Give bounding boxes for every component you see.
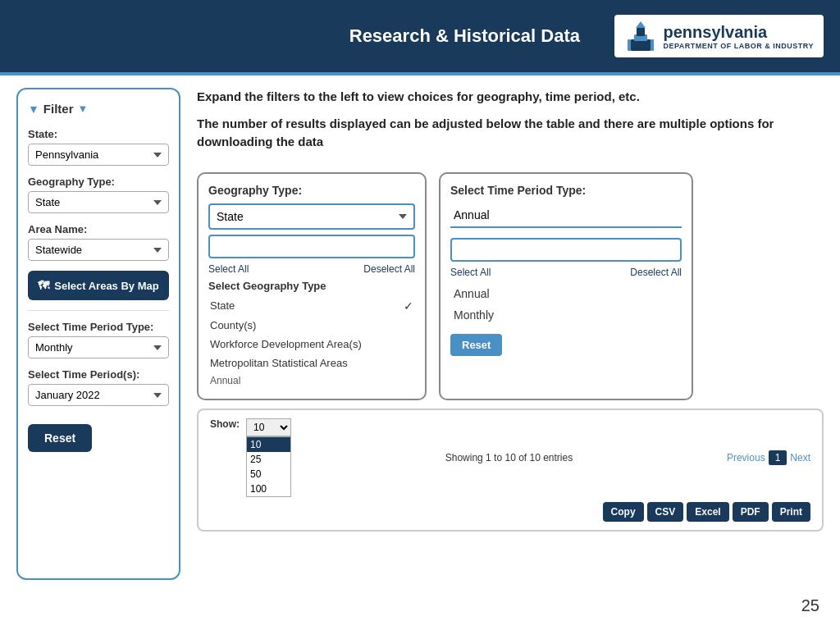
filter-panel: ▼ Filter ▼ State: Pennsylvania Geography…	[16, 88, 180, 580]
svg-rect-0	[631, 39, 651, 51]
geo-item-county: County(s)	[210, 319, 256, 331]
geo-item-state: State	[210, 299, 235, 312]
logo-dept: DEPARTMENT OF LABOR & INDUSTRY	[664, 42, 815, 50]
list-item[interactable]: Metropolitan Statistical Areas	[208, 354, 415, 372]
csv-button[interactable]: CSV	[647, 502, 684, 522]
state-filter-group: State: Pennsylvania	[28, 128, 169, 166]
time-popup-title: Select Time Period Type:	[450, 184, 682, 197]
geo-item-wda: Workforce Development Area(s)	[210, 338, 362, 350]
svg-rect-2	[637, 28, 645, 36]
logo-text-block: pennsylvania DEPARTMENT OF LABOR & INDUS…	[664, 23, 815, 50]
geo-popup-actions: Select All Deselect All	[208, 263, 415, 275]
show-option-100[interactable]: 100	[247, 482, 290, 496]
header-title: Research & Historical Data	[315, 25, 614, 47]
show-select-wrapper: 10 10 25 50 100	[246, 418, 291, 497]
time-select-all[interactable]: Select All	[450, 267, 491, 278]
geo-type-filter-group: Geography Type: State	[28, 176, 169, 213]
main-content: ▼ Filter ▼ State: Pennsylvania Geography…	[0, 75, 840, 630]
show-select[interactable]: 10	[246, 418, 291, 436]
pagination: Previous 1 Next	[727, 450, 810, 465]
geo-item-msa: Metropolitan Statistical Areas	[210, 357, 348, 369]
state-select[interactable]: Pennsylvania	[28, 144, 169, 166]
time-period-type-group: Select Time Period Type: Monthly	[28, 321, 169, 358]
time-popup-actions: Select All Deselect All	[450, 267, 682, 278]
show-option-10[interactable]: 10	[247, 437, 290, 452]
list-item[interactable]: State ✓	[208, 296, 415, 316]
time-item-annual[interactable]: Annual	[450, 283, 682, 304]
show-dropdown-list: 10 25 50 100	[246, 436, 291, 497]
show-label: Show:	[210, 418, 240, 430]
reset-area: Reset	[28, 416, 169, 452]
check-icon: ✓	[404, 299, 413, 313]
geo-section-title: Select Geography Type	[208, 280, 415, 292]
right-content: Expand the filters to the left to view c…	[197, 88, 824, 619]
copy-button[interactable]: Copy	[603, 502, 644, 522]
time-popup: Select Time Period Type: Annual Select A…	[439, 172, 693, 400]
table-header-row: Show: 10 10 25 50 100 Showing 1 to 10 o	[210, 418, 810, 497]
show-block: Show: 10 10 25 50 100	[210, 418, 291, 497]
svg-rect-4	[628, 39, 631, 51]
geo-select-all[interactable]: Select All	[208, 263, 249, 275]
time-period-type-select[interactable]: Monthly	[28, 336, 169, 358]
prev-page-link[interactable]: Previous	[727, 452, 765, 463]
time-item-monthly[interactable]: Monthly	[450, 304, 682, 326]
logo-pa: pennsylvania	[664, 23, 815, 42]
area-name-filter-group: Area Name: Statewide	[28, 223, 169, 261]
filter-funnel-icon: ▼	[78, 103, 89, 115]
select-areas-button[interactable]: 🗺 Select Areas By Map	[28, 271, 169, 300]
svg-marker-3	[636, 21, 646, 28]
list-item[interactable]: County(s)	[208, 316, 415, 335]
geo-type-select[interactable]: State	[28, 191, 169, 213]
time-period-type-label: Select Time Period Type:	[28, 321, 169, 333]
time-popup-search[interactable]	[450, 238, 682, 262]
desc-line2: The number of results displayed can be a…	[197, 116, 774, 149]
filter-label: Filter	[43, 102, 74, 116]
geo-deselect-all[interactable]: Deselect All	[363, 263, 415, 275]
geo-item-annual[interactable]: Annual	[208, 372, 415, 389]
entries-text: Showing 1 to 10 of 10 entries	[291, 452, 727, 463]
pa-logo-icon	[624, 20, 657, 52]
excel-button[interactable]: Excel	[687, 502, 728, 522]
time-reset-button[interactable]: Reset	[450, 334, 502, 356]
table-area: Show: 10 10 25 50 100 Showing 1 to 10 o	[197, 409, 824, 532]
state-label: State:	[28, 128, 169, 140]
area-name-select[interactable]: Statewide	[28, 239, 169, 261]
time-deselect-all[interactable]: Deselect All	[630, 267, 682, 278]
geo-popup-title: Geography Type:	[208, 184, 415, 197]
time-periods-label: Select Time Period(s):	[28, 368, 169, 381]
description-block: Expand the filters to the left to view c…	[197, 88, 824, 160]
filter-header: ▼ Filter ▼	[28, 102, 169, 116]
map-icon: 🗺	[38, 279, 49, 292]
reset-button[interactable]: Reset	[28, 424, 92, 452]
geo-type-label: Geography Type:	[28, 176, 169, 188]
page-1-button[interactable]: 1	[769, 450, 788, 465]
show-option-50[interactable]: 50	[247, 467, 290, 482]
time-annual-display: Annual	[450, 203, 682, 228]
time-periods-group: Select Time Period(s): January 2022	[28, 368, 169, 406]
time-periods-select[interactable]: January 2022	[28, 384, 169, 406]
list-item[interactable]: Workforce Development Area(s)	[208, 335, 415, 354]
geo-popup-search[interactable]	[208, 235, 415, 258]
page-header: Research & Historical Data pennsylvania …	[0, 0, 840, 72]
popups-row: Geography Type: State Select All Deselec…	[197, 172, 824, 400]
select-areas-label: Select Areas By Map	[54, 280, 158, 292]
export-buttons: Copy CSV Excel PDF Print	[210, 502, 810, 522]
show-option-25[interactable]: 25	[247, 452, 290, 467]
page-number: 25	[801, 596, 819, 615]
next-page-link[interactable]: Next	[790, 452, 810, 463]
geo-popup-main-select[interactable]: State	[208, 203, 415, 230]
area-name-label: Area Name:	[28, 223, 169, 235]
geo-popup: Geography Type: State Select All Deselec…	[197, 172, 427, 400]
filter-arrow-icon: ▼	[28, 103, 39, 116]
filter-divider	[28, 310, 169, 311]
desc-line1: Expand the filters to the left to view c…	[197, 89, 640, 103]
print-button[interactable]: Print	[772, 502, 810, 522]
svg-rect-5	[651, 39, 654, 51]
pdf-button[interactable]: PDF	[733, 502, 769, 522]
header-logo: pennsylvania DEPARTMENT OF LABOR & INDUS…	[614, 15, 824, 57]
